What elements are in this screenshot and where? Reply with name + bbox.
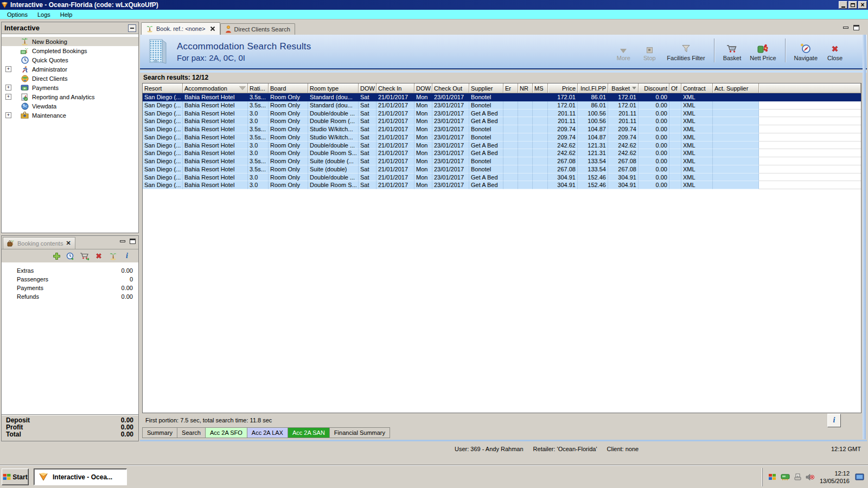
column-header-contract[interactable]: Contract — [681, 84, 713, 93]
restore-button[interactable] — [848, 1, 857, 9]
column-header-discount[interactable]: Discount — [639, 84, 669, 93]
minimize-icon[interactable] — [120, 240, 125, 242]
cell — [503, 125, 518, 133]
delete-button[interactable] — [94, 252, 104, 261]
column-header-er[interactable]: Er — [503, 84, 518, 93]
sidebar-item-administrator[interactable]: Administrator — [2, 65, 138, 74]
start-button[interactable]: Start — [2, 468, 29, 485]
column-header-room-type[interactable]: Room type — [308, 84, 359, 93]
tab-close-icon[interactable] — [210, 26, 215, 31]
sidebar-item-direct-clients[interactable]: Direct Clients — [2, 74, 138, 83]
menu-options[interactable]: Options — [2, 11, 33, 18]
booking-row-extras[interactable]: Extras 0.00 — [2, 266, 138, 275]
sidebar-item-completed-bookings[interactable]: Completed Bookings — [2, 46, 138, 55]
taskbar-app-button[interactable]: Interactive - Ocea... — [34, 468, 127, 485]
menu-help[interactable]: Help — [55, 11, 78, 18]
result-row-11[interactable]: San Diego (...Bahia Resort Hotel3.0Room … — [143, 181, 861, 189]
column-header-act-supplier[interactable]: Act. Supplier — [713, 84, 759, 93]
navigate-button[interactable]: Navigate — [790, 42, 821, 62]
tray-network-icon[interactable] — [781, 473, 790, 480]
person-icon — [225, 25, 232, 33]
stop-button[interactable]: Stop — [637, 42, 662, 62]
sidebar-item-quick-quotes[interactable]: Quick Quotes — [2, 55, 138, 65]
column-header-basket[interactable]: Basket — [608, 84, 639, 93]
minimize-button[interactable] — [839, 1, 847, 9]
right-scroll-strip[interactable] — [863, 35, 866, 439]
maximize-icon[interactable] — [853, 25, 859, 30]
basket-button[interactable]: Basket — [719, 42, 745, 62]
sidebar-item-new-booking[interactable]: New Booking — [2, 37, 138, 46]
column-header-check-out[interactable]: Check Out — [432, 84, 469, 93]
booking-row-passengers[interactable]: Passengers 0 — [2, 275, 138, 284]
more-button[interactable]: More — [611, 42, 636, 62]
result-row-4[interactable]: San Diego (...Bahia Resort Hotel3.5s...R… — [143, 125, 861, 133]
result-row-1[interactable]: San Diego (...Bahia Resort Hotel3.5s...R… — [143, 101, 861, 110]
bottom-tab-acc-2a-sfo[interactable]: Acc 2A SFO — [206, 427, 247, 438]
cell: 0.00 — [639, 110, 669, 118]
expand-icon[interactable] — [5, 94, 11, 100]
result-row-5[interactable]: San Diego (...Bahia Resort Hotel3.5s...R… — [143, 133, 861, 142]
tab-book-ref[interactable]: Book. ref.: <none> — [141, 22, 220, 35]
result-row-7[interactable]: San Diego (...Bahia Resort Hotel3.0Room … — [143, 149, 861, 157]
expand-icon[interactable] — [5, 85, 11, 91]
tray-volume-muted-icon[interactable] — [806, 473, 814, 481]
tab-direct-clients-search[interactable]: Direct Clients Search — [220, 23, 295, 35]
booking-row-payments[interactable]: Payments 0.00 — [2, 284, 138, 292]
maximize-icon[interactable] — [130, 239, 136, 244]
new-booking-palm-button[interactable] — [108, 252, 118, 261]
info-button[interactable] — [827, 414, 841, 427]
expand-icon[interactable] — [5, 112, 11, 118]
bottom-tab-financial-summary[interactable]: Financial Summary — [330, 427, 390, 438]
bottom-tab-search[interactable]: Search — [177, 427, 206, 438]
sidebar-item-reporting-and-analytics[interactable]: Reporting and Analytics — [2, 92, 138, 101]
close-results-button[interactable]: Close — [822, 42, 847, 62]
add-item-button[interactable] — [52, 252, 61, 261]
column-header-accommodation[interactable]: Accommodation — [183, 84, 248, 93]
sidebar-item-viewdata[interactable]: Viewdata — [2, 101, 138, 111]
expand-icon[interactable] — [5, 66, 11, 72]
close-panel-icon[interactable]: ✕ — [66, 240, 71, 247]
result-row-9[interactable]: San Diego (...Bahia Resort Hotel3.5s...R… — [143, 165, 861, 174]
bottom-tab-summary[interactable]: Summary — [142, 427, 177, 438]
result-row-8[interactable]: San Diego (...Bahia Resort Hotel3.5s...R… — [143, 157, 861, 165]
quick-quote-button[interactable] — [66, 252, 75, 261]
column-header-resort[interactable]: Resort — [143, 84, 183, 93]
cell: XML — [681, 181, 713, 189]
column-header-board[interactable]: Board — [269, 84, 308, 93]
column-header-rati-[interactable]: Rati... — [248, 84, 269, 93]
column-header-price[interactable]: Price — [548, 84, 578, 93]
tray-show-desktop-icon[interactable] — [855, 473, 864, 481]
bottom-tab-acc-2a-san[interactable]: Acc 2A SAN — [288, 427, 330, 438]
tray-connection-icon[interactable] — [794, 473, 802, 481]
collapse-panel-button[interactable] — [128, 24, 136, 32]
move-to-basket-button[interactable] — [80, 252, 90, 261]
booking-contents-tab[interactable]: Booking contents ✕ — [3, 237, 75, 249]
result-row-2[interactable]: San Diego (...Bahia Resort Hotel3.0Room … — [143, 110, 861, 118]
column-header-ms[interactable]: MS — [533, 84, 548, 93]
column-header-dow[interactable]: DOW — [414, 84, 432, 93]
sidebar-item-payments[interactable]: Payments — [2, 83, 138, 92]
column-header-of[interactable]: Of — [669, 84, 681, 93]
menu-logs[interactable]: Logs — [33, 11, 55, 18]
column-filter-icon[interactable] — [239, 86, 246, 90]
tray-antivirus-icon[interactable] — [768, 473, 777, 481]
info-button[interactable] — [122, 252, 132, 261]
column-header-nr[interactable]: NR — [518, 84, 533, 93]
result-row-6[interactable]: San Diego (...Bahia Resort Hotel3.0Room … — [143, 142, 861, 150]
column-header-incl-fl-pp[interactable]: Incl.Fl.PP — [578, 84, 608, 93]
row-filler — [759, 101, 861, 110]
booking-row-refunds[interactable]: Refunds 0.00 — [2, 292, 138, 301]
bottom-tab-acc-2a-lax[interactable]: Acc 2A LAX — [247, 427, 288, 438]
result-row-3[interactable]: San Diego (...Bahia Resort Hotel3.0Room … — [143, 117, 861, 125]
sidebar-item-maintenance[interactable]: Maintenance — [2, 111, 138, 120]
column-header-check-in[interactable]: Check In — [376, 84, 414, 93]
column-header-supplier[interactable]: Supplier — [469, 84, 503, 93]
result-row-0[interactable]: San Diego (...Bahia Resort Hotel3.5s...R… — [143, 93, 861, 101]
row-filler — [759, 157, 861, 165]
result-row-10[interactable]: San Diego (...Bahia Resort Hotel3.0Room … — [143, 174, 861, 182]
nett-price-button[interactable]: Nett Price — [746, 42, 780, 62]
close-button[interactable]: × — [858, 1, 867, 9]
minimize-icon[interactable] — [843, 27, 848, 29]
column-header-dow[interactable]: DOW — [359, 84, 376, 93]
facilities-filter-button[interactable]: Facilities Filter — [663, 42, 709, 62]
